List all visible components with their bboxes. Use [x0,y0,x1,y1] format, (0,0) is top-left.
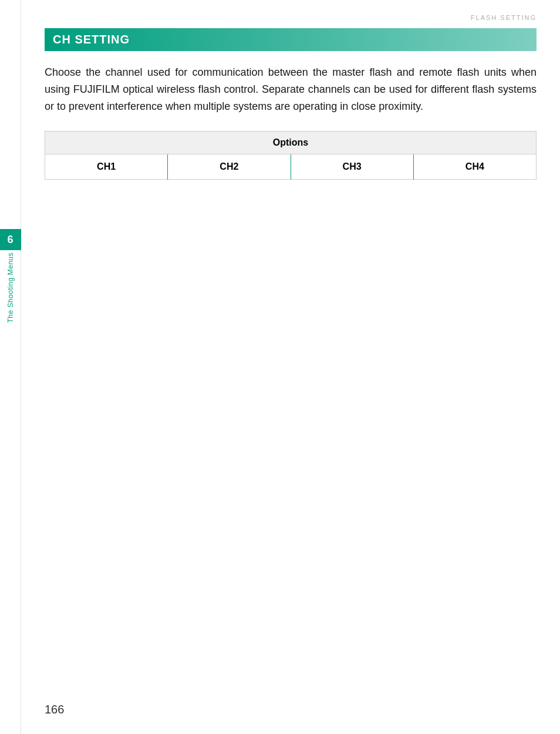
page-header: FLASH SETTING [45,12,537,22]
body-text: Choose the channel used for communicatio… [45,64,537,115]
table-cell-ch4: CH4 [413,154,536,180]
sidebar-label-text: The Shooting Menus [6,252,15,323]
main-content: FLASH SETTING CH SETTING Choose the chan… [21,0,560,734]
chapter-number: 6 [0,229,21,250]
options-table: Options CH1 CH2 CH3 CH4 [45,131,537,180]
table-cell-ch1: CH1 [45,154,168,180]
table-cell-ch2: CH2 [168,154,291,180]
breadcrumb: FLASH SETTING [471,14,537,21]
section-title: CH SETTING [53,33,130,46]
table-header: Options [45,132,537,154]
page-number: 166 [45,703,64,716]
section-title-bar: CH SETTING [45,28,537,51]
sidebar-label-container: The Shooting Menus [0,252,21,323]
sidebar: 6 The Shooting Menus [0,0,21,734]
table-cell-ch3: CH3 [291,154,413,180]
